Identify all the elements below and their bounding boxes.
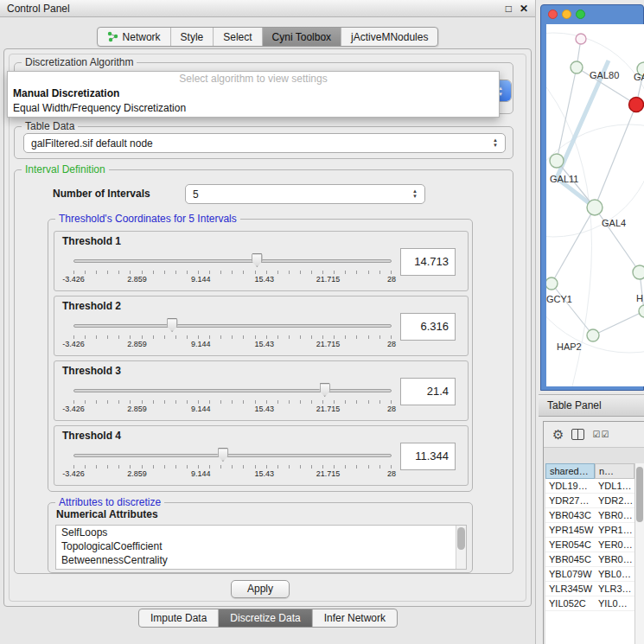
number-of-intervals-label: Number of Intervals [53, 188, 150, 200]
slider-track [73, 259, 392, 263]
float-window-icon[interactable]: □ [506, 3, 512, 15]
network-node[interactable] [576, 34, 586, 44]
network-node-gal11[interactable] [550, 154, 564, 168]
table-row[interactable]: YBR043CYBR0… [545, 508, 634, 523]
number-of-intervals-select[interactable]: 5 ▲▼ [185, 184, 425, 204]
table-row[interactable]: YDL19…YDL1… [545, 479, 634, 494]
threshold-1-value-field[interactable]: 14.713 [400, 248, 456, 276]
threshold-3-label: Threshold 3 [62, 365, 121, 377]
column-header-name[interactable]: n… [595, 463, 634, 479]
scrollbar-thumb[interactable] [457, 527, 465, 550]
number-of-intervals-value: 5 [193, 188, 199, 201]
table-row[interactable]: YLR345WYLR3… [545, 582, 634, 596]
network-view-window: GAL80 GA GAL11 GAL4 GCY1 H HAP2 [540, 4, 644, 391]
app-root: Control Panel □ ✕ Network Style Select C… [0, 0, 644, 644]
column-header-shared-name[interactable]: shared… [545, 463, 595, 479]
control-panel: Control Panel □ ✕ Network Style Select C… [0, 0, 536, 644]
table-row[interactable]: YBR045CYBR0… [545, 552, 634, 567]
tab-network[interactable]: Network [98, 28, 171, 46]
close-icon[interactable]: ✕ [520, 3, 528, 15]
network-node-hap2[interactable] [587, 329, 599, 341]
discretization-algorithm-label: Discretization Algorithm [22, 56, 137, 68]
table-row[interactable]: YDR27…YDR2… [545, 494, 634, 508]
slider-tick-labels: -3.4262.8599.14415.4321.71528 [73, 340, 392, 349]
list-item[interactable]: SelfLoops [56, 526, 466, 539]
table-data-group: Table Data galFiltered.sif default node … [14, 126, 513, 159]
minimize-traffic-light-icon[interactable] [562, 10, 571, 19]
dropdown-option-equal-width[interactable]: Equal Width/Frequency Discretization [8, 101, 499, 116]
tab-jactivemnodules[interactable]: jActiveMNodules [341, 28, 437, 46]
slider-tick-labels: -3.4262.8599.14415.4321.71528 [73, 405, 392, 414]
threshold-3-slider[interactable] [73, 382, 392, 398]
table-data-selected-value: galFiltered.sif default node [31, 137, 153, 150]
algorithm-dropdown-popup: Select algorithm to view settings Manual… [7, 71, 500, 118]
spinner-arrows-icon: ▲▼ [412, 189, 418, 199]
tab-select[interactable]: Select [214, 28, 262, 46]
network-node[interactable] [639, 305, 644, 317]
table-panel-title: Table Panel [547, 399, 602, 411]
threshold-2-value-field[interactable]: 6.316 [400, 313, 456, 341]
bottom-tab-bar: Impute Data Discretize Data Infer Networ… [138, 609, 398, 628]
dropdown-option-manual[interactable]: Manual Discretization [8, 86, 499, 101]
dropdown-placeholder: Select algorithm to view settings [8, 72, 499, 86]
select-columns-icon[interactable]: ☑☑ [592, 430, 609, 439]
network-node-gal4[interactable] [587, 200, 603, 215]
threshold-4-value-field[interactable]: 11.344 [400, 443, 456, 470]
numerical-attributes-list[interactable]: SelfLoops TopologicalCoefficient Between… [55, 525, 467, 570]
slider-ticks [73, 335, 392, 339]
attributes-group-label: Attributes to discretize [55, 496, 164, 508]
table-panel-header: Table Panel [539, 394, 644, 417]
list-item[interactable]: TopologicalCoefficient [56, 539, 466, 553]
slider-thumb[interactable] [217, 448, 228, 462]
slider-thumb[interactable] [167, 318, 178, 332]
top-tab-bar: Network Style Select Cyni Toolbox jActiv… [97, 27, 439, 47]
threshold-4-label: Threshold 4 [62, 430, 121, 442]
zoom-traffic-light-icon[interactable] [576, 10, 585, 19]
tab-style[interactable]: Style [171, 28, 214, 46]
tab-discretize-data[interactable]: Discretize Data [219, 609, 312, 627]
threshold-3-value-field[interactable]: 21.4 [400, 378, 456, 405]
slider-thumb[interactable] [319, 383, 330, 397]
threshold-1-slider[interactable] [73, 252, 392, 268]
window-controls [548, 10, 585, 19]
control-panel-titlebar: Control Panel □ ✕ [0, 0, 535, 17]
node-label-gal4: GAL4 [602, 218, 626, 228]
threshold-1-panel: Threshold 1 -3.4262.8599.14415.4321.7152… [54, 231, 469, 291]
table-scrollbar[interactable] [634, 463, 644, 644]
list-scrollbar[interactable] [456, 526, 466, 569]
network-node-selected-red[interactable] [629, 98, 644, 112]
table-data-select[interactable]: galFiltered.sif default node ▲▼ [23, 133, 506, 153]
apply-button[interactable]: Apply [231, 580, 290, 598]
attributes-group: Attributes to discretize Numerical Attri… [48, 502, 473, 573]
interval-definition-group: Interval Definition Number of Intervals … [14, 169, 513, 574]
threshold-4-slider[interactable] [73, 447, 392, 462]
network-node-gal80[interactable] [571, 61, 583, 73]
columns-icon[interactable] [571, 429, 584, 440]
threshold-1-label: Threshold 1 [62, 235, 121, 247]
threshold-3-panel: Threshold 3 -3.4262.8599.14415.4321.7152… [54, 360, 469, 421]
network-canvas[interactable]: GAL80 GA GAL11 GAL4 GCY1 H HAP2 [546, 24, 644, 386]
tab-cyni-toolbox[interactable]: Cyni Toolbox [263, 28, 341, 46]
slider-track [73, 389, 392, 392]
slider-tick-labels: -3.4262.8599.14415.4321.71528 [73, 469, 392, 479]
scrollbar-thumb[interactable] [636, 467, 643, 522]
network-node[interactable] [633, 265, 644, 279]
table-row[interactable]: YER054CYER0… [545, 538, 634, 552]
tab-infer-network[interactable]: Infer Network [313, 609, 397, 627]
combo-arrows-icon: ▲▼ [493, 138, 498, 148]
window-title: Control Panel [7, 3, 70, 15]
network-node-gcy1[interactable] [546, 277, 558, 290]
slider-ticks [73, 400, 392, 404]
table-row[interactable]: YPR145WYPR1… [545, 523, 634, 538]
tab-impute-data[interactable]: Impute Data [139, 609, 219, 627]
table-row[interactable]: YIL052CYIL0… [545, 596, 634, 611]
gear-icon[interactable]: ⚙ [552, 428, 564, 441]
list-item[interactable]: BetweennessCentrality [56, 553, 466, 567]
threshold-2-slider[interactable] [73, 317, 392, 333]
node-label-gal11: GAL11 [550, 174, 578, 184]
table-row[interactable]: YBL079WYBL0… [545, 567, 634, 582]
close-traffic-light-icon[interactable] [548, 10, 558, 19]
slider-tick-labels: -3.4262.8599.14415.4321.71528 [73, 275, 392, 284]
thresholds-group-label: Threshold's Coordinates for 5 Intervals [55, 213, 240, 225]
slider-thumb[interactable] [252, 253, 263, 267]
